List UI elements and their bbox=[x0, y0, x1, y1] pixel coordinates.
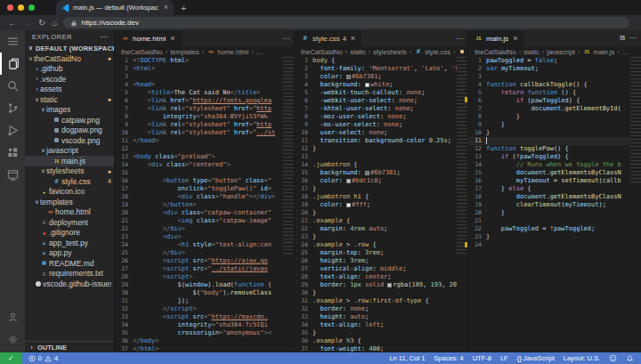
explorer-icon[interactable] bbox=[0, 53, 25, 75]
code-line[interactable]: 8 -moz-user-select: none; bbox=[295, 113, 467, 121]
tree-item-vscode-png[interactable]: vscode.png bbox=[25, 135, 114, 146]
code-line[interactable]: 24 <h1 style="text-align:cen bbox=[115, 241, 294, 249]
tree-item-catpaw-png[interactable]: catpaw.png bbox=[25, 115, 114, 125]
code-line[interactable]: 5 -webkit-touch-callout: none; bbox=[295, 89, 467, 97]
code-line[interactable]: 6 <link href="https://fonts.googlea bbox=[115, 97, 294, 105]
breadcrumb-item[interactable]: static bbox=[350, 48, 366, 56]
code-line[interactable]: 29 border: 1px solid rgba(189, 193, 20 bbox=[295, 281, 467, 289]
code-line[interactable]: 4<head> bbox=[115, 81, 294, 89]
code-line[interactable]: 3 bbox=[115, 73, 294, 81]
window-minimize-button[interactable] bbox=[18, 4, 24, 11]
breadcrumb-item[interactable]: javascript bbox=[547, 48, 575, 56]
code-line[interactable]: 6 -webkit-user-select: none; bbox=[295, 97, 467, 105]
new-tab-button[interactable]: + bbox=[181, 3, 186, 13]
code-line[interactable]: 35} bbox=[295, 329, 467, 337]
code-line[interactable]: 24.example > .row { bbox=[295, 241, 467, 249]
code-line[interactable]: 22 </div> bbox=[115, 225, 294, 233]
code-line[interactable]: 6 if (pawToggled) { bbox=[468, 97, 641, 105]
code-line[interactable]: 16 <button type="button" class=" bbox=[115, 177, 294, 185]
code-line[interactable]: 25 margin-top: 3rem; bbox=[295, 249, 467, 257]
tree-item-app-test-py[interactable]: ●app_test.py bbox=[25, 238, 114, 248]
breadcrumb-item[interactable]: theCatSaidNo bbox=[121, 48, 163, 56]
back-button[interactable]: ← bbox=[8, 19, 17, 28]
tree-item-github[interactable]: ›.github bbox=[25, 64, 114, 75]
code-line[interactable]: 34 text-align: left; bbox=[295, 321, 467, 329]
status-eol[interactable]: LF bbox=[500, 354, 508, 362]
tree-item-assets[interactable]: ›assets bbox=[25, 85, 114, 95]
status-encoding[interactable]: UTF-8 bbox=[473, 354, 491, 362]
code-line[interactable]: 20 } bbox=[468, 209, 641, 217]
code-line[interactable]: 8 } bbox=[468, 113, 641, 121]
code-line[interactable]: 11 bbox=[468, 137, 641, 145]
code-line[interactable]: 27 vertical-align: middle; bbox=[295, 265, 467, 273]
code-line[interactable]: 30} bbox=[295, 289, 467, 297]
code-line[interactable]: 16 myTimeout = setTimeout(callb bbox=[468, 177, 641, 185]
tree-item-favicon-ico[interactable]: ★favicon.ico bbox=[25, 187, 114, 198]
code-line[interactable]: 9 -ms-user-select: none; bbox=[295, 121, 467, 129]
code-line[interactable]: 14 <div class="centered"> bbox=[115, 161, 294, 169]
code-line[interactable]: 31.example > .row:first-of-type { bbox=[295, 297, 467, 305]
code-line[interactable]: 36.example h3 { bbox=[295, 337, 467, 345]
code-line[interactable]: 15 bbox=[115, 169, 294, 177]
code-line[interactable]: 17 onclick="togglePaw()" id= bbox=[115, 185, 294, 193]
code-line[interactable]: 23 <div> bbox=[115, 233, 294, 241]
tab-close-icon[interactable]: × bbox=[513, 34, 517, 43]
code-line[interactable]: 14.jumbotron { bbox=[295, 161, 467, 169]
code-line[interactable]: 29 $(window).load(function ( bbox=[115, 281, 294, 289]
breadcrumb-item[interactable]: #style.css bbox=[414, 48, 450, 56]
home-button[interactable]: ⌂ bbox=[52, 19, 57, 28]
tree-item-static[interactable]: ∨static● bbox=[25, 94, 114, 105]
code-line[interactable]: 14 // Runs when we toggle the b bbox=[468, 161, 641, 169]
code-line[interactable]: 37 font-weight: 400; bbox=[295, 345, 467, 352]
tree-item-readme-md[interactable]: README.md bbox=[25, 258, 114, 269]
code-line[interactable]: 19 color: #fff; bbox=[295, 201, 467, 209]
account-icon[interactable] bbox=[0, 306, 25, 328]
minimap[interactable] bbox=[457, 57, 467, 352]
code-line[interactable]: 32 </script> bbox=[115, 305, 294, 313]
code-line[interactable]: 33 <script src="https://maxcdn. bbox=[115, 313, 294, 321]
code-line[interactable]: 23} bbox=[468, 233, 641, 241]
feedback-smiley-icon[interactable] bbox=[609, 354, 617, 362]
code-line[interactable]: 3 bbox=[468, 73, 641, 81]
code-line[interactable]: 27 <script src="../static/javas bbox=[115, 265, 294, 273]
code-line[interactable]: 7 -khtml-user-select: none; bbox=[295, 105, 467, 113]
settings-gear-icon[interactable] bbox=[0, 328, 25, 351]
remote-indicator[interactable]: ✓ bbox=[0, 352, 22, 364]
breadcrumb-item[interactable]: <>home.html bbox=[207, 48, 248, 56]
code-line[interactable]: 13 bbox=[295, 153, 467, 161]
tree-item-home-html[interactable]: <>home.html bbox=[25, 207, 114, 218]
code-line[interactable]: 5 <title>The Cat said No</title> bbox=[115, 89, 294, 97]
address-bar[interactable]: https://vscode.dev bbox=[63, 17, 629, 28]
code-line[interactable]: 1body { bbox=[295, 57, 467, 65]
source-control-icon[interactable] bbox=[0, 97, 25, 119]
code-line[interactable]: 12function togglePaw() { bbox=[468, 145, 641, 153]
code-line[interactable]: 10 <link rel="stylesheet" href="../st bbox=[115, 129, 294, 137]
tree-item-vscode[interactable]: ›.vscode bbox=[25, 74, 114, 85]
more-actions-icon[interactable]: ⋯ bbox=[629, 34, 637, 43]
code-line[interactable]: 17 } else { bbox=[468, 185, 641, 193]
code-line[interactable]: 25 </div> bbox=[115, 249, 294, 257]
breadcrumb-item[interactable]: theCatSaidNo bbox=[475, 48, 516, 56]
run-and-debug-icon[interactable] bbox=[0, 119, 25, 142]
tree-item-stylesheets[interactable]: ∨stylesheets● bbox=[25, 166, 114, 177]
tree-item-style-css[interactable]: #style.css4 bbox=[25, 176, 114, 187]
code-line[interactable]: 26 <script src="https://ajax.go bbox=[115, 257, 294, 265]
code-line[interactable]: 28 <script> bbox=[115, 273, 294, 281]
code-line[interactable]: 24 bbox=[468, 241, 641, 249]
code-line[interactable]: 10 user-select: none; bbox=[295, 129, 467, 137]
code-line[interactable]: 20 <div class="catpaw-container" bbox=[115, 209, 294, 217]
code-line[interactable]: 22 pawToggled = !pawToggled; bbox=[468, 225, 641, 233]
code-line[interactable]: 11</head> bbox=[115, 137, 294, 145]
bell-icon[interactable] bbox=[626, 354, 634, 362]
breadcrumb-item[interactable]: body bbox=[458, 48, 467, 56]
breadcrumb-item[interactable]: templates bbox=[170, 48, 199, 56]
code-line[interactable]: 1pawToggled = false; bbox=[468, 57, 641, 65]
status-keyboard-layout[interactable]: Layout: U.S. bbox=[564, 354, 600, 362]
tab-close-icon[interactable]: × bbox=[170, 34, 174, 43]
tree-item-templates[interactable]: ∨templates bbox=[25, 197, 114, 207]
code-line[interactable]: 12 bbox=[115, 145, 294, 153]
code-line[interactable]: 12} bbox=[295, 145, 467, 153]
code-line[interactable]: 13 if (!pawToggled) { bbox=[468, 153, 641, 161]
code-line[interactable]: 21 bbox=[468, 217, 641, 225]
code-line[interactable]: 28 text-align: center; bbox=[295, 273, 467, 281]
